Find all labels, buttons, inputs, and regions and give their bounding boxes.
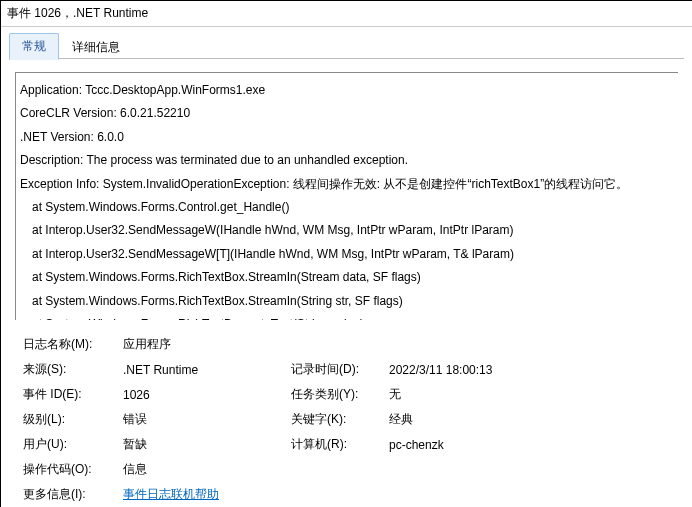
row-more-info: 更多信息(I): 事件日志联机帮助 (23, 486, 678, 503)
exception-stack-line: at System.Windows.Forms.RichTextBox.set_… (20, 313, 674, 320)
label-level: 级别(L): (23, 411, 123, 428)
value-user: 暂缺 (123, 436, 291, 453)
value-opcode: 信息 (123, 461, 291, 478)
value-computer: pc-chenzk (389, 438, 678, 452)
exception-text-area[interactable]: Application: Tccc.DesktopApp.WinForms1.e… (15, 72, 678, 320)
row-user-computer: 用户(U): 暂缺 计算机(R): pc-chenzk (23, 436, 678, 453)
row-eventid-taskcat: 事件 ID(E): 1026 任务类别(Y): 无 (23, 386, 678, 403)
row-source-logged: 来源(S): .NET Runtime 记录时间(D): 2022/3/11 1… (23, 361, 678, 378)
exception-stack-line: at Interop.User32.SendMessageW[T](IHandl… (20, 243, 674, 266)
label-event-id: 事件 ID(E): (23, 386, 123, 403)
label-source: 来源(S): (23, 361, 123, 378)
value-keywords: 经典 (389, 411, 678, 428)
tab-bar: 常规 详细信息 (1, 27, 692, 59)
exception-stack-line: at System.Windows.Forms.Control.get_Hand… (20, 196, 674, 219)
value-event-id: 1026 (123, 388, 291, 402)
label-user: 用户(U): (23, 436, 123, 453)
tab-general[interactable]: 常规 (9, 33, 59, 60)
exception-line: Description: The process was terminated … (20, 149, 674, 172)
row-log-name: 日志名称(M): 应用程序 (23, 336, 678, 353)
label-more-info: 更多信息(I): (23, 486, 123, 503)
event-properties-window: 事件 1026，.NET Runtime 常规 详细信息 Application… (0, 0, 692, 507)
value-logged: 2022/3/11 18:00:13 (389, 363, 678, 377)
label-computer: 计算机(R): (291, 436, 389, 453)
exception-stack-line: at System.Windows.Forms.RichTextBox.Stre… (20, 266, 674, 289)
exception-line: Application: Tccc.DesktopApp.WinForms1.e… (20, 79, 674, 102)
exception-stack-line: at System.Windows.Forms.RichTextBox.Stre… (20, 290, 674, 313)
tab-separator (9, 58, 684, 59)
value-task-category: 无 (389, 386, 678, 403)
exception-line: Exception Info: System.InvalidOperationE… (20, 173, 674, 196)
label-task-category: 任务类别(Y): (291, 386, 389, 403)
value-source: .NET Runtime (123, 363, 291, 377)
exception-line: .NET Version: 6.0.0 (20, 126, 674, 149)
row-level-keywords: 级别(L): 错误 关键字(K): 经典 (23, 411, 678, 428)
value-log-name: 应用程序 (123, 336, 291, 353)
window-title: 事件 1026，.NET Runtime (1, 1, 692, 27)
tab-details[interactable]: 详细信息 (59, 34, 133, 60)
label-keywords: 关键字(K): (291, 411, 389, 428)
row-opcode: 操作代码(O): 信息 (23, 461, 678, 478)
label-log-name: 日志名称(M): (23, 336, 123, 353)
label-logged: 记录时间(D): (291, 361, 389, 378)
value-level: 错误 (123, 411, 291, 428)
event-details-grid: 日志名称(M): 应用程序 来源(S): .NET Runtime 记录时间(D… (1, 328, 692, 503)
exception-stack-line: at Interop.User32.SendMessageW(IHandle h… (20, 219, 674, 242)
link-event-log-help[interactable]: 事件日志联机帮助 (123, 487, 219, 501)
label-opcode: 操作代码(O): (23, 461, 123, 478)
exception-line: CoreCLR Version: 6.0.21.52210 (20, 102, 674, 125)
